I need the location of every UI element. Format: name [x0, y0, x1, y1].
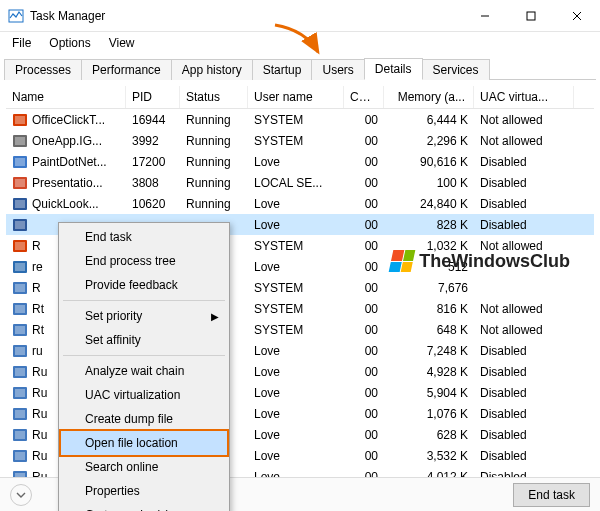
user-cell: SYSTEM	[248, 134, 344, 148]
cpu-cell: 00	[344, 344, 384, 358]
tab-users[interactable]: Users	[311, 59, 364, 80]
context-menu-item[interactable]: End task	[61, 225, 227, 249]
context-menu: End taskEnd process treeProvide feedback…	[58, 222, 230, 511]
context-menu-item[interactable]: Open file location	[59, 429, 229, 457]
cpu-cell: 00	[344, 386, 384, 400]
uac-cell: Disabled	[474, 449, 574, 463]
process-icon	[12, 238, 28, 254]
svg-rect-32	[15, 389, 25, 397]
uac-cell: Disabled	[474, 344, 574, 358]
svg-rect-24	[15, 305, 25, 313]
tab-apphistory[interactable]: App history	[171, 59, 253, 80]
user-cell: Love	[248, 428, 344, 442]
context-menu-item[interactable]: Properties	[61, 479, 227, 503]
process-icon	[12, 196, 28, 212]
col-mem[interactable]: Memory (a...	[384, 86, 474, 108]
pid-cell: 3808	[126, 176, 180, 190]
cpu-cell: 00	[344, 260, 384, 274]
uac-cell: Not allowed	[474, 113, 574, 127]
cpu-cell: 00	[344, 155, 384, 169]
close-button[interactable]	[554, 0, 600, 32]
table-row[interactable]: OneApp.IG...3992RunningSYSTEM002,296 KNo…	[6, 130, 594, 151]
end-task-button[interactable]: End task	[513, 483, 590, 507]
menu-file[interactable]: File	[4, 34, 39, 52]
table-row[interactable]: OfficeClickT...16944RunningSYSTEM006,444…	[6, 109, 594, 130]
process-name: OfficeClickT...	[32, 113, 105, 127]
user-cell: Love	[248, 344, 344, 358]
svg-rect-6	[15, 116, 25, 124]
process-name: Ru	[32, 428, 47, 442]
col-user[interactable]: User name	[248, 86, 344, 108]
menubar: File Options View	[0, 32, 600, 56]
user-cell: SYSTEM	[248, 281, 344, 295]
user-cell: Love	[248, 155, 344, 169]
tab-startup[interactable]: Startup	[252, 59, 313, 80]
cpu-cell: 00	[344, 428, 384, 442]
context-menu-item[interactable]: Go to service(s)	[61, 503, 227, 511]
context-menu-item[interactable]: Search online	[61, 455, 227, 479]
cpu-cell: 00	[344, 407, 384, 421]
svg-rect-26	[15, 326, 25, 334]
mem-cell: 2,296 K	[384, 134, 474, 148]
user-cell: Love	[248, 197, 344, 211]
menu-options[interactable]: Options	[41, 34, 98, 52]
context-menu-item[interactable]: Set priority▶	[61, 304, 227, 328]
table-row[interactable]: PaintDotNet...17200RunningLove0090,616 K…	[6, 151, 594, 172]
mem-cell: 1,032 K	[384, 239, 474, 253]
mem-cell: 1,076 K	[384, 407, 474, 421]
process-icon	[12, 322, 28, 338]
process-icon	[12, 343, 28, 359]
mem-cell: 3,532 K	[384, 449, 474, 463]
context-menu-item[interactable]: Create dump file	[61, 407, 227, 431]
mem-cell: 4,928 K	[384, 365, 474, 379]
process-icon	[12, 112, 28, 128]
mem-cell: 816 K	[384, 302, 474, 316]
tab-services[interactable]: Services	[422, 59, 490, 80]
context-menu-item[interactable]: Provide feedback	[61, 273, 227, 297]
user-cell: Love	[248, 449, 344, 463]
col-pid[interactable]: PID	[126, 86, 180, 108]
context-menu-item[interactable]: UAC virtualization	[61, 383, 227, 407]
uac-cell: Not allowed	[474, 239, 574, 253]
status-cell: Running	[180, 197, 248, 211]
table-row[interactable]: Presentatio...3808RunningLOCAL SE...0010…	[6, 172, 594, 193]
context-menu-item[interactable]: Analyze wait chain	[61, 359, 227, 383]
process-name: Ru	[32, 449, 47, 463]
cpu-cell: 00	[344, 302, 384, 316]
col-name[interactable]: Name	[6, 86, 126, 108]
svg-rect-22	[15, 284, 25, 292]
minimize-button[interactable]	[462, 0, 508, 32]
cpu-cell: 00	[344, 176, 384, 190]
svg-rect-28	[15, 347, 25, 355]
process-name: Rt	[32, 302, 44, 316]
uac-cell: Disabled	[474, 386, 574, 400]
tab-performance[interactable]: Performance	[81, 59, 172, 80]
col-status[interactable]: Status	[180, 86, 248, 108]
pid-cell: 17200	[126, 155, 180, 169]
svg-rect-38	[15, 452, 25, 460]
tabstrip: Processes Performance App history Startu…	[0, 56, 600, 80]
col-cpu[interactable]: CPU	[344, 86, 384, 108]
collapse-toggle[interactable]	[10, 484, 32, 506]
user-cell: LOCAL SE...	[248, 176, 344, 190]
cpu-cell: 00	[344, 449, 384, 463]
menu-view[interactable]: View	[101, 34, 143, 52]
context-menu-item[interactable]: End process tree	[61, 249, 227, 273]
col-uac[interactable]: UAC virtua...	[474, 86, 574, 108]
svg-rect-34	[15, 410, 25, 418]
process-icon	[12, 133, 28, 149]
table-row[interactable]: QuickLook...10620RunningLove0024,840 KDi…	[6, 193, 594, 214]
user-cell: SYSTEM	[248, 323, 344, 337]
svg-rect-20	[15, 263, 25, 271]
status-cell: Running	[180, 155, 248, 169]
mem-cell: 7,676	[384, 281, 474, 295]
mem-cell: 100 K	[384, 176, 474, 190]
tab-processes[interactable]: Processes	[4, 59, 82, 80]
maximize-button[interactable]	[508, 0, 554, 32]
mem-cell: 648 K	[384, 323, 474, 337]
tab-details[interactable]: Details	[364, 58, 423, 80]
context-menu-item[interactable]: Set affinity	[61, 328, 227, 352]
pid-cell: 16944	[126, 113, 180, 127]
uac-cell: Not allowed	[474, 323, 574, 337]
cpu-cell: 00	[344, 281, 384, 295]
